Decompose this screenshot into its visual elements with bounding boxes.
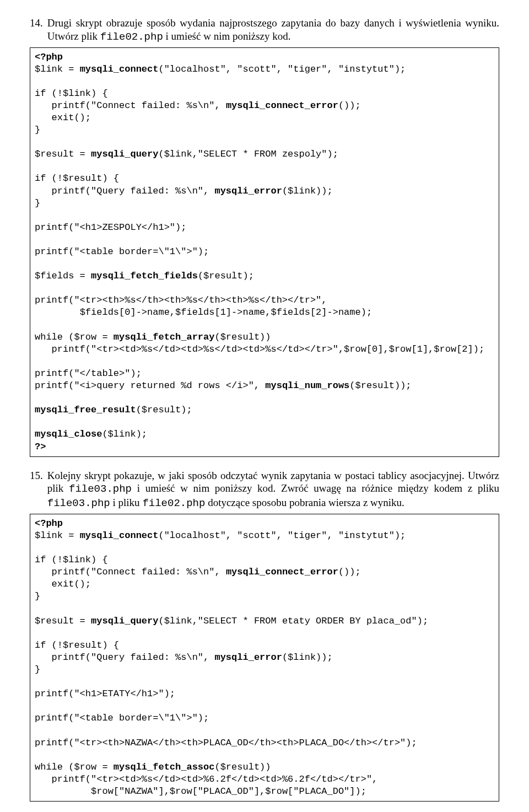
code-segment: printf("<table border=\"1\">"); xyxy=(35,246,209,257)
code-segment: $link = xyxy=(35,64,80,74)
text-run: dotyczące sposobu pobrania wiersza z wyn… xyxy=(205,497,404,508)
text-run: i pliku xyxy=(110,497,143,508)
code-segment: if (!$result) { xyxy=(35,640,119,650)
code-segment: printf("<h1>ETATY</h1>"); xyxy=(35,689,175,699)
numbered-list: 14.Drugi skrypt obrazuje sposób wydania … xyxy=(30,17,499,802)
code-segment: mysqli_error xyxy=(214,652,282,663)
code-segment: <?php xyxy=(35,52,63,62)
item-text: Drugi skrypt obrazuje sposób wydania naj… xyxy=(47,17,499,44)
item-number: 14. xyxy=(30,17,47,44)
code-segment: mysqli_close xyxy=(35,429,102,439)
code-segment: mysqli_connect xyxy=(80,530,159,541)
code-block: <?php $link = mysqli_connect("localhost"… xyxy=(30,514,499,802)
filename: file02.php xyxy=(100,31,163,43)
code-segment: mysqli_fetch_assoc xyxy=(114,762,215,772)
item-number: 15. xyxy=(30,469,47,510)
code-segment: printf("<tr><td>%s</td><td>%s</td><td>%s… xyxy=(35,344,484,354)
code-segment: $fields = xyxy=(35,271,91,281)
item-text: Kolejny skrypt pokazuje, w jaki sposób o… xyxy=(47,469,499,510)
code-segment: mysqli_error xyxy=(214,186,282,196)
document-page: 14.Drugi skrypt obrazuje sposób wydania … xyxy=(0,0,529,812)
code-segment: ($result)) xyxy=(214,762,271,772)
code-segment: printf("<tr><th>%s</th><th>%s</th><th>%s… xyxy=(35,295,327,305)
code-segment: $result = xyxy=(35,149,91,159)
code-segment: ()); xyxy=(338,567,361,577)
code-segment: ("localhost", "scott", "tiger", "instytu… xyxy=(158,64,406,74)
code-segment: printf("<tr><th>NAZWA</th><th>PLACA_OD</… xyxy=(35,738,417,748)
code-segment: $result = xyxy=(35,616,91,626)
filename: file02.php xyxy=(142,497,205,509)
code-segment: mysqli_fetch_array xyxy=(114,332,215,342)
list-item: 15.Kolejny skrypt pokazuje, w jaki sposó… xyxy=(30,469,499,802)
code-segment: ("localhost", "scott", "tiger", "instytu… xyxy=(158,530,406,541)
code-segment: ($result); xyxy=(136,405,192,415)
code-segment: ($result); xyxy=(198,271,254,281)
code-segment: while ($row = xyxy=(35,332,114,342)
code-segment: $link = xyxy=(35,530,80,541)
code-segment: ?> xyxy=(35,442,46,452)
code-segment: printf("<h1>ZESPOLY</h1>"); xyxy=(35,222,186,233)
code-segment: printf("Query failed: %s\n", xyxy=(35,652,214,663)
code-segment: ()); xyxy=(338,100,361,111)
code-segment: $row["NAZWA"],$row["PLACA_OD"],$row["PLA… xyxy=(35,786,366,797)
code-segment: ($link); xyxy=(102,429,147,439)
code-segment: printf("Connect failed: %s\n", xyxy=(35,567,226,577)
code-segment: if (!$link) { xyxy=(35,88,108,99)
code-segment: printf("<i>query returned %d rows </i>", xyxy=(35,380,265,391)
code-segment: printf("</table>"); xyxy=(35,368,142,379)
code-segment: mysqli_fetch_fields xyxy=(91,271,198,281)
code-segment: $fields[0]->name,$fields[1]->name,$field… xyxy=(35,307,372,318)
text-run: i umieść w nim poniższy kod. Zwróć uwagę… xyxy=(132,482,499,494)
code-segment: if (!$result) { xyxy=(35,173,119,184)
code-segment: mysqli_connect_error xyxy=(226,567,338,577)
code-segment: if (!$link) { xyxy=(35,555,108,565)
code-segment: mysqli_query xyxy=(91,149,158,159)
code-segment: exit(); xyxy=(35,579,91,589)
code-segment: printf("Connect failed: %s\n", xyxy=(35,100,226,111)
code-segment: ($result)) xyxy=(214,332,271,342)
code-segment: <?php xyxy=(35,518,63,529)
code-block: <?php $link = mysqli_connect("localhost"… xyxy=(30,47,499,457)
filename: file03.php xyxy=(47,497,110,509)
code-segment: } xyxy=(35,125,40,135)
code-segment: ($link,"SELECT * FROM etaty ORDER BY pla… xyxy=(158,616,428,626)
code-segment: exit(); xyxy=(35,112,91,123)
code-segment: ($link,"SELECT * FROM zespoly"); xyxy=(158,149,338,159)
code-segment: ($link)); xyxy=(282,652,333,663)
code-segment: ($link)); xyxy=(282,186,333,196)
code-segment: while ($row = xyxy=(35,762,114,772)
code-segment: mysqli_connect_error xyxy=(226,100,338,111)
code-segment: mysqli_free_result xyxy=(35,405,136,415)
code-segment: mysqli_query xyxy=(91,616,158,626)
text-run: i umieść w nim poniższy kod. xyxy=(163,30,291,42)
code-segment: } xyxy=(35,664,40,675)
code-segment: printf("Query failed: %s\n", xyxy=(35,186,214,196)
code-segment: mysqli_connect xyxy=(80,64,159,74)
code-segment: } xyxy=(35,591,40,601)
filename: file03.php xyxy=(69,483,132,495)
code-segment: printf("<tr><td>%s</td><td>%6.2f</td><td… xyxy=(35,774,377,784)
list-item: 14.Drugi skrypt obrazuje sposób wydania … xyxy=(30,17,499,457)
code-segment: } xyxy=(35,198,40,208)
code-segment: printf("<table border=\"1\">"); xyxy=(35,713,209,723)
code-segment: ($result)); xyxy=(349,380,411,391)
code-segment: mysqli_num_rows xyxy=(265,380,349,391)
